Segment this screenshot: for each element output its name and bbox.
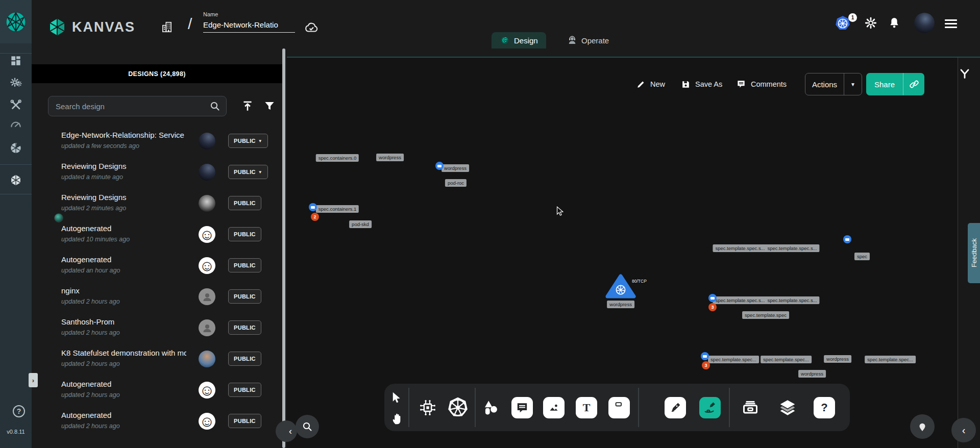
actions-label: Actions [805,80,844,89]
comment-icon [516,401,529,414]
visibility-badge[interactable]: PUBLIC▼ [228,134,268,148]
dock-collapse-button[interactable]: ‹ [951,418,976,442]
user-avatar[interactable] [914,13,935,33]
actions-button[interactable]: Actions ▼ [805,73,862,95]
error-badge[interactable]: 2 [311,213,319,221]
kubernetes-tool-button[interactable] [448,397,468,418]
sidebar-item-extensions[interactable] [9,141,23,155]
comment-tool-button[interactable] [511,397,533,418]
design-list-item[interactable]: K8 Statefulset demonstration with mo upd… [32,344,280,374]
shapes-tool-button[interactable] [481,398,501,417]
drawer-icon [740,397,761,417]
tab-operate[interactable]: Operate [559,32,617,48]
sidebar-item-lifecycle[interactable] [9,76,23,90]
node-label: spec.template.spec.s... [765,244,819,252]
search-input[interactable] [48,102,209,111]
import-design-button[interactable] [241,99,254,113]
chevron-down-icon[interactable]: ▼ [844,82,862,87]
chevron-down-icon: ▼ [258,139,262,143]
pod-badge-icon[interactable] [435,162,444,170]
tab-design[interactable]: Design [492,32,546,48]
header-bar: KANVAS / Name Design Operate 1 [32,0,980,48]
pod-badge-icon[interactable] [708,294,717,302]
design-title: K8 Statefulset demonstration with mo [61,349,186,357]
visibility-badge[interactable]: PUBLIC [228,320,261,335]
visibility-badge[interactable]: PUBLIC▼ [228,165,268,179]
menu-button[interactable] [945,17,957,30]
visibility-label: PUBLIC [234,200,256,206]
note-tool-button[interactable] [608,397,630,418]
node-label: spec.containers.0 [316,154,359,162]
design-list-item[interactable]: Autogenerated updated 10 minutes ago ☺ P… [32,220,280,249]
error-badge[interactable]: 3 [708,303,717,311]
droplet-button[interactable] [910,414,935,439]
settings-button[interactable] [864,16,877,30]
design-list-item[interactable]: Autogenerated updated 2 hours ago ☺ PUBL… [32,407,280,436]
comment-icon [736,79,746,89]
node-label: spec.template.spec... [761,356,812,363]
drawer-button[interactable] [740,397,761,417]
visibility-badge[interactable]: PUBLIC [228,352,261,366]
divider [0,194,32,194]
toolbar-help-button[interactable]: ? [814,397,835,418]
notifications-button[interactable] [888,16,901,30]
visibility-badge[interactable]: PUBLIC [228,227,261,241]
gears-icon [9,77,22,90]
components-tool-button[interactable] [418,398,437,417]
dock-branch-button[interactable] [958,67,971,83]
link-icon [909,79,920,90]
text-tool-button[interactable]: T [576,397,597,418]
node-service-wordpress[interactable] [605,273,636,299]
sidebar-item-performance[interactable] [9,117,23,132]
node-label: spec.template.spec... [865,356,916,363]
copy-link-button[interactable] [903,79,924,90]
design-list-item-partial[interactable] [32,438,280,448]
visibility-badge[interactable]: PUBLIC [228,289,261,304]
pan-tool-button[interactable] [390,412,404,426]
visibility-badge[interactable]: PUBLIC [228,196,261,210]
kanvas-logo[interactable] [47,17,67,37]
share-button[interactable]: Share [866,73,924,95]
design-list-item[interactable]: Autogenerated updated 2 hours ago ☺ PUBL… [32,376,280,405]
help-button[interactable]: ? [13,405,25,417]
design-list-item[interactable]: Autogenerated updated an hour ago ☺ PUBL… [32,251,280,280]
filter-button[interactable] [263,99,276,113]
layers-button[interactable] [777,397,798,418]
pod-badge-icon[interactable] [843,235,851,243]
panel-collapse-button[interactable]: ‹ [276,420,297,442]
search-icon[interactable] [209,100,221,112]
note-icon [612,401,626,415]
meshery-logo[interactable] [0,0,32,43]
design-list-item[interactable]: Santhosh-Prom updated 2 hours ago PUBLIC [32,313,280,342]
sidebar-item-dashboard[interactable] [9,54,23,68]
design-list-item[interactable]: Reviewing Designs updated 2 minutes ago … [32,189,280,218]
new-design-button[interactable]: New [636,73,665,95]
visibility-badge[interactable]: PUBLIC [228,258,261,272]
panel-scrollbar[interactable] [282,48,285,448]
design-list-item[interactable]: Reviewing Designs updated a minute ago P… [32,158,280,187]
design-list-item[interactable]: nginx updated 2 hours ago PUBLIC [32,282,280,311]
chip-icon [418,398,437,417]
pod-badge-icon[interactable] [701,352,709,360]
owner-avatar [199,288,215,305]
image-tool-button[interactable] [543,397,565,418]
select-tool-button[interactable] [389,391,403,405]
sidebar-item-kanvas[interactable] [9,173,23,187]
zoom-button[interactable] [296,415,319,438]
canvas-toolbar: T ? [384,384,850,431]
feedback-tab[interactable]: Feedback [968,223,980,283]
sidebar-expand-button[interactable]: › [29,373,38,387]
design-list-item[interactable]: Edge-Network-Relationship: Service updat… [32,127,280,156]
error-badge[interactable]: 3 [702,361,710,369]
pod-badge-icon[interactable] [309,203,317,211]
organization-icon[interactable] [160,20,174,34]
visibility-badge[interactable]: PUBLIC [228,383,261,397]
comments-button[interactable]: Comments [736,73,787,95]
visibility-badge[interactable]: PUBLIC [228,414,261,428]
freehand-draw-button[interactable] [699,397,721,418]
pen-tool-button[interactable] [665,397,686,418]
sidebar-item-configuration[interactable] [9,98,23,112]
save-as-button[interactable]: Save As [681,73,722,95]
design-name-input[interactable] [203,19,295,33]
operate-tab-label: Operate [581,36,609,45]
